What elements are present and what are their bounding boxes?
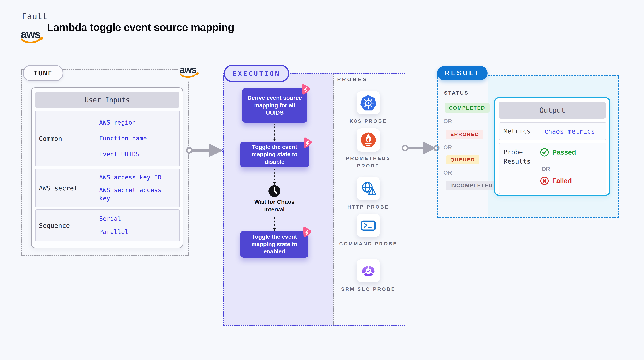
user-inputs-table: User Inputs Common AWS region Function n… <box>31 87 183 248</box>
table-row-common: Common AWS region Function name Event UU… <box>35 111 180 166</box>
metrics-label: Metrics <box>504 127 531 136</box>
row-links: AWS region Function name Event UUIDS <box>99 111 176 166</box>
flow-arrow-2 <box>274 169 275 183</box>
status-badge-errored: ERRORED <box>446 130 484 139</box>
status-heading: STATUS <box>444 90 469 96</box>
probes-to-result-arrow <box>402 139 440 158</box>
probe-card <box>357 128 380 152</box>
chaos-metrics-link[interactable]: chaos metrics <box>544 128 595 135</box>
link-aws-secret-access-key[interactable]: AWS secret access key <box>99 186 174 202</box>
probe-result-failed: Failed <box>540 177 572 185</box>
arrow-right-icon <box>402 139 440 157</box>
output-header: Output <box>499 102 606 119</box>
step-text: Toggle the event mapping state to enable… <box>245 233 304 255</box>
tune-aws-logo: aws <box>178 61 200 81</box>
probe-label: K8S PROBE <box>350 118 387 125</box>
row-links: Serial Parallel <box>99 210 176 241</box>
http-icon <box>360 180 377 197</box>
chaos-experiment-icon <box>299 83 312 96</box>
probe-label: SRM SLO PROBE <box>341 286 396 293</box>
aws-logo: aws <box>20 26 43 45</box>
row-label: Sequence <box>39 222 70 229</box>
result-divider <box>488 76 488 217</box>
probe-results-label: Probe Results <box>504 148 538 166</box>
probes-heading: PROBES <box>337 76 368 82</box>
probe-label: HTTP PROBE <box>348 203 389 211</box>
aws-logo-graphic: aws <box>20 26 43 45</box>
passed-label: Passed <box>552 149 576 156</box>
or-label: OR <box>443 170 452 176</box>
row-links: AWS access key ID AWS secret access key <box>99 169 176 207</box>
tune-to-execution-arrow <box>186 141 226 161</box>
step-toggle-enabled[interactable]: Toggle the event mapping state to enable… <box>240 231 308 258</box>
aws-logo-graphic-small: aws <box>179 63 199 80</box>
link-aws-access-key-id[interactable]: AWS access key ID <box>99 174 162 181</box>
probe-label: PROMETHEUS PROBE <box>339 155 398 170</box>
wait-clock-icon <box>268 185 280 197</box>
page-title: Lambda toggle event source mapping <box>47 21 234 33</box>
flow-arrow-3 <box>274 215 275 229</box>
metrics-row: Metrics chaos metrics <box>499 122 606 140</box>
passed-check-icon <box>540 148 549 157</box>
flow-arrow-1 <box>274 124 275 139</box>
status-badge-completed: COMPLETED <box>444 103 490 113</box>
or-label: OR <box>542 166 550 172</box>
link-serial[interactable]: Serial <box>99 215 121 223</box>
step-derive-event-source-mapping[interactable]: Derive event source mapping for all UUID… <box>242 88 307 123</box>
step-text: Toggle the event mapping state to disabl… <box>245 143 304 166</box>
row-label: Common <box>39 135 62 142</box>
output-card: Output Metrics chaos metrics Probe Resul… <box>494 97 610 196</box>
probe-result-passed: Passed <box>540 148 576 157</box>
srm-slo-icon <box>360 262 377 279</box>
link-aws-region[interactable]: AWS region <box>99 119 136 127</box>
step-toggle-disable[interactable]: Toggle the event mapping state to disabl… <box>240 142 309 167</box>
chaos-experiment-icon <box>300 136 314 150</box>
chaos-experiment-icon <box>300 226 313 239</box>
table-row-aws-secret: AWS secret AWS access key ID AWS secret … <box>35 169 180 207</box>
probe-command[interactable]: COMMAND PROBE <box>333 214 404 248</box>
status-badge-queued: QUEUED <box>446 155 479 165</box>
link-function-name[interactable]: Function name <box>99 134 147 143</box>
command-icon <box>360 217 376 234</box>
user-inputs-header: User Inputs <box>35 92 179 108</box>
or-label: OR <box>443 118 452 125</box>
probe-card <box>357 214 380 237</box>
table-row-sequence: Sequence Serial Parallel <box>35 209 180 241</box>
probe-http[interactable]: HTTP PROBE <box>333 177 404 211</box>
link-parallel[interactable]: Parallel <box>99 228 128 236</box>
probe-srm-slo[interactable]: SRM SLO PROBE <box>333 259 404 293</box>
probe-results-row: Probe Results Passed OR Failed <box>499 143 606 194</box>
result-badge: RESULT <box>437 66 488 80</box>
probe-card <box>357 177 380 200</box>
fault-type-label: Fault <box>22 11 48 21</box>
prometheus-icon <box>360 132 376 148</box>
or-label: OR <box>443 144 452 151</box>
execution-badge: EXECUTION <box>224 65 289 82</box>
k8s-icon <box>360 94 377 111</box>
wait-for-chaos-interval-label: Wait for Chaos Interval <box>248 198 301 213</box>
status-badge-incompleted: INCOMPLETED <box>446 181 497 190</box>
probe-card <box>357 259 380 282</box>
probe-k8s[interactable]: K8S PROBE <box>333 91 404 125</box>
tune-badge: TUNE <box>23 65 63 81</box>
aws-logo-text: aws <box>21 28 40 40</box>
failed-label: Failed <box>552 177 572 185</box>
aws-logo-text-small: aws <box>180 64 196 75</box>
step-text: Derive event source mapping for all UUID… <box>247 94 303 117</box>
row-label: AWS secret <box>39 184 78 192</box>
probe-label: COMMAND PROBE <box>339 240 398 248</box>
link-event-uuids[interactable]: Event UUIDS <box>99 150 140 158</box>
probe-prometheus[interactable]: PROMETHEUS PROBE <box>333 128 404 170</box>
probe-card <box>357 91 380 114</box>
arrow-right-icon <box>186 141 226 160</box>
failed-x-icon <box>540 177 549 185</box>
